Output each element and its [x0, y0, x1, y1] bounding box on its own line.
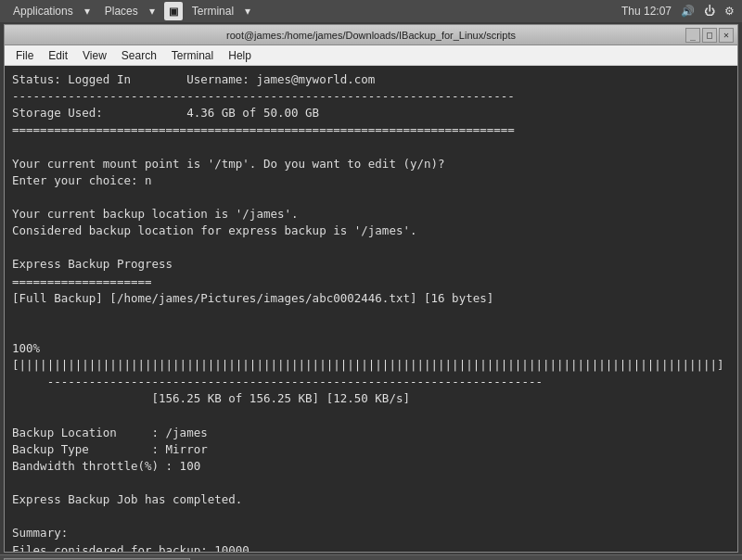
window-controls: _ □ ✕: [685, 28, 734, 43]
terminal-arrow: ▾: [239, 5, 256, 18]
terminal-menu[interactable]: Terminal: [186, 5, 239, 18]
taskbar: james@localhost:~/IBackup_for_Li... 2 / …: [0, 554, 742, 560]
close-button[interactable]: ✕: [719, 28, 734, 43]
settings-icon[interactable]: ⚙: [724, 5, 735, 18]
places-menu[interactable]: Places: [99, 5, 144, 18]
terminal-launcher[interactable]: ▣: [164, 2, 183, 20]
terminal-window: root@james:/home/james/Downloads/IBackup…: [4, 24, 738, 553]
edit-menu[interactable]: Edit: [41, 47, 75, 64]
window-title: root@james:/home/james/Downloads/IBackup…: [226, 30, 516, 41]
speaker-icon[interactable]: 🔊: [681, 5, 695, 18]
title-bar: root@james:/home/james/Downloads/IBackup…: [5, 25, 737, 45]
applications-arrow: ▾: [79, 5, 96, 18]
system-bar-right: Thu 12:07 🔊 ⏻ ⚙: [621, 5, 735, 18]
view-menu[interactable]: View: [75, 47, 114, 64]
places-arrow: ▾: [144, 5, 160, 18]
system-bar-left: Applications ▾ Places ▾ ▣ Terminal ▾: [7, 2, 256, 20]
search-menu[interactable]: Search: [114, 47, 164, 64]
file-menu[interactable]: File: [8, 47, 41, 64]
system-bar: Applications ▾ Places ▾ ▣ Terminal ▾ Thu…: [0, 0, 742, 22]
terminal-icon: ▣: [163, 6, 184, 18]
applications-menu[interactable]: Applications: [7, 5, 79, 18]
system-time: Thu 12:07: [621, 5, 672, 18]
terminal-output[interactable]: Status: Logged In Username: james@myworl…: [5, 66, 737, 552]
maximize-button[interactable]: □: [702, 28, 717, 43]
menu-bar: File Edit View Search Terminal Help: [5, 45, 737, 66]
minimize-button[interactable]: _: [685, 28, 700, 43]
terminal-text: Status: Logged In Username: james@myworl…: [12, 71, 730, 552]
terminal-menu-item[interactable]: Terminal: [164, 47, 221, 64]
help-menu[interactable]: Help: [221, 47, 259, 64]
power-icon[interactable]: ⏻: [704, 5, 715, 18]
